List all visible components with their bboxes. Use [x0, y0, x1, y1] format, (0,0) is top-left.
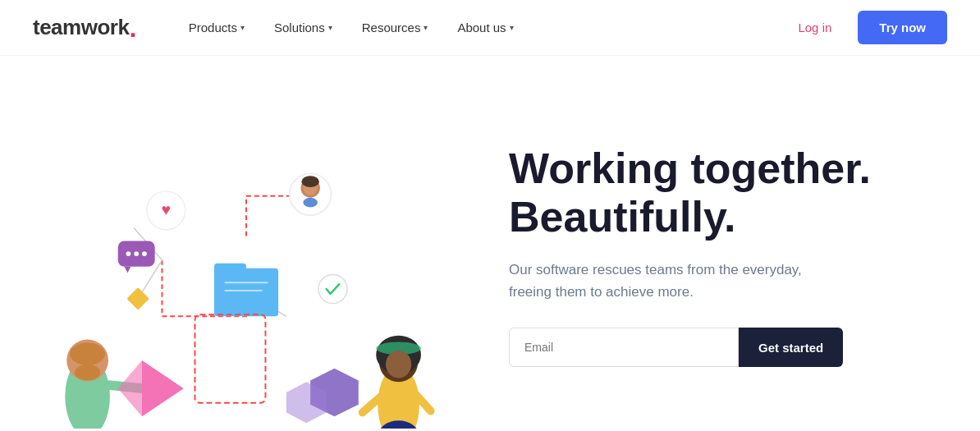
navigation: teamwork. Products ▾ Solutions ▾ Resourc… [0, 0, 980, 56]
svg-rect-13 [214, 268, 278, 316]
chevron-icon: ▾ [424, 23, 428, 32]
chevron-icon: ▾ [510, 23, 514, 32]
logo[interactable]: teamwork. [33, 15, 136, 41]
svg-point-35 [386, 351, 411, 378]
hero-subtitle: Our software rescues teams from the ever… [509, 259, 837, 303]
svg-point-3 [126, 251, 131, 256]
svg-point-17 [318, 274, 347, 303]
svg-point-11 [301, 176, 318, 187]
svg-point-24 [75, 364, 100, 380]
svg-point-12 [303, 197, 318, 207]
get-started-button[interactable]: Get started [739, 328, 843, 367]
logo-dot: . [129, 15, 135, 41]
nav-about[interactable]: About us ▾ [446, 14, 524, 41]
nav-right: Log in Try now [785, 11, 947, 44]
hero-content: Working together. Beautifully. Our softw… [460, 144, 947, 368]
try-now-button[interactable]: Try now [858, 11, 947, 44]
svg-point-4 [134, 251, 139, 256]
nav-links: Products ▾ Solutions ▾ Resources ▾ About… [177, 14, 785, 41]
hero-title: Working together. Beautifully. [509, 144, 947, 243]
email-input[interactable] [509, 328, 739, 367]
nav-resources[interactable]: Resources ▾ [350, 14, 440, 41]
hero-illustration: ♥ [33, 84, 460, 429]
svg-text:♥: ♥ [162, 200, 172, 218]
logo-text: teamwork [33, 15, 129, 40]
svg-marker-28 [142, 360, 184, 415]
svg-rect-14 [214, 263, 246, 274]
svg-marker-29 [118, 360, 142, 415]
nav-products[interactable]: Products ▾ [177, 14, 256, 41]
svg-point-23 [70, 342, 105, 365]
chevron-icon: ▾ [328, 23, 332, 32]
svg-marker-6 [125, 266, 131, 273]
hero-section: ♥ [0, 56, 980, 431]
hero-form: Get started [509, 328, 947, 367]
login-button[interactable]: Log in [785, 14, 845, 41]
svg-point-5 [142, 251, 147, 256]
nav-solutions[interactable]: Solutions ▾ [263, 14, 344, 41]
svg-rect-7 [126, 287, 149, 309]
svg-rect-18 [195, 314, 265, 402]
chevron-icon: ▾ [240, 23, 245, 32]
